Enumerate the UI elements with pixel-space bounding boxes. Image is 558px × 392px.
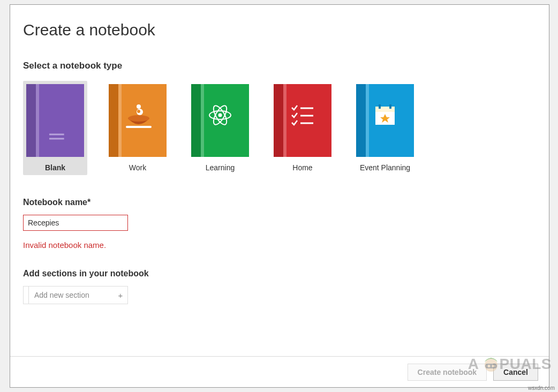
svg-point-2 [137,104,141,109]
cancel-button[interactable]: Cancel [493,364,538,381]
create-notebook-button[interactable]: Create notebook [408,364,487,381]
notebook-name-label: Notebook name* [23,198,536,207]
svg-rect-16 [379,104,381,109]
create-notebook-dialog: Create a notebook Select a notebook type… [10,4,549,388]
notebook-type-label: Work [129,163,146,172]
dialog-title: Create a notebook [23,21,536,39]
notebook-type-label: Event Planning [360,163,410,172]
sections-label: Add sections in your notebook [23,269,536,278]
type-section-label: Select a notebook type [23,61,536,71]
notebook-type-event-planning[interactable]: Event Planning [353,81,417,175]
notebook-name-input[interactable] [23,215,128,231]
coffee-cup-icon [124,100,152,132]
svg-point-4 [137,110,140,113]
notebook-type-label: Blank [45,163,65,172]
svg-point-10 [218,113,222,117]
notebook-type-list: Blank [23,81,536,175]
notebook-type-home[interactable]: Home [270,81,335,175]
blank-lines-icon [49,132,64,142]
site-watermark: wsxdn.com [528,385,555,391]
notebook-name-error: Invalid notebook name. [23,240,536,250]
notebook-type-learning[interactable]: Learning [188,81,252,175]
svg-rect-17 [389,104,391,109]
notebook-type-work[interactable]: Work [105,81,170,175]
section-tab-marker [24,287,29,304]
checklist-icon [291,104,314,128]
atom-icon [207,102,233,130]
add-section-placeholder: Add new section [29,291,114,299]
notebook-type-label: Learning [206,163,235,172]
notebook-type-blank[interactable]: Blank [23,81,87,175]
notebook-type-label: Home [292,163,312,172]
add-section-button[interactable]: Add new section + [23,286,128,304]
calendar-star-icon [373,103,397,129]
svg-rect-6 [126,126,152,128]
plus-icon: + [114,291,127,300]
dialog-footer: Create notebook Cancel [10,356,549,387]
svg-rect-14 [375,107,395,112]
svg-point-5 [128,115,149,122]
